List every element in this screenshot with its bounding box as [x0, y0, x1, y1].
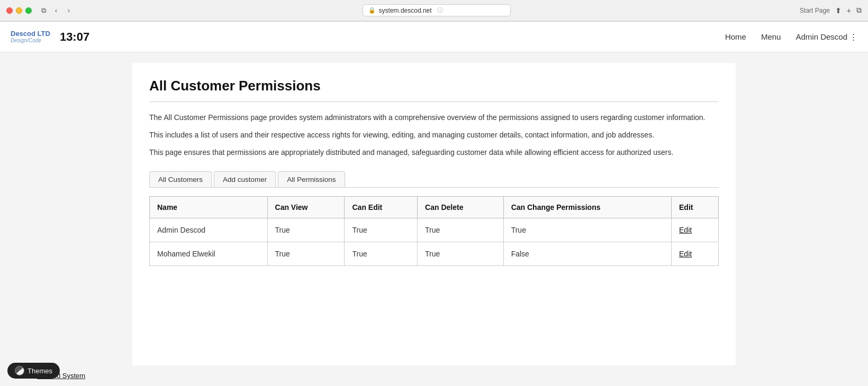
tab-all-permissions[interactable]: All Permissions: [278, 171, 345, 188]
nav-links: Home Menu Admin Descod ⋮: [725, 32, 857, 42]
footer: © 2024 - Descod System: [0, 365, 868, 386]
content-card: All Customer Permissions The All Custome…: [132, 63, 736, 365]
col-can-delete: Can Delete: [418, 197, 504, 218]
forward-button[interactable]: ›: [65, 6, 73, 15]
url-text: system.descod.net: [379, 7, 432, 14]
brand-name: Descod LTD: [11, 30, 50, 38]
cell-can-change-1: False: [503, 242, 671, 266]
browser-actions: Start Page ⬆ + ⧉: [800, 6, 862, 15]
cell-can-edit-0: True: [345, 218, 418, 242]
cell-name-1: Mohamed Elwekil: [150, 242, 268, 266]
address-bar[interactable]: 🔒 system.descod.net ⓘ: [363, 4, 511, 16]
admin-label: Admin Descod: [795, 32, 847, 41]
edit-button-1[interactable]: Edit: [679, 250, 692, 258]
back-button[interactable]: ‹: [52, 6, 60, 15]
description-1: The All Customer Permissions page provid…: [149, 112, 719, 124]
minimize-window-button[interactable]: [16, 7, 22, 14]
col-can-view: Can View: [267, 197, 345, 218]
cell-can-view-1: True: [267, 242, 345, 266]
brand-sub: Design/Code: [11, 38, 50, 43]
browser-chrome: ⧉ ‹ › 🔒 system.descod.net ⓘ Start Page ⬆…: [0, 0, 868, 22]
maximize-window-button[interactable]: [25, 7, 32, 14]
start-page-label: Start Page: [800, 7, 830, 14]
nav-time: 13:07: [60, 30, 89, 44]
permissions-table: Name Can View Can Edit Can Delete Can Ch…: [149, 196, 719, 266]
nav-admin-link[interactable]: Admin Descod ⋮: [795, 32, 857, 42]
table-row: Mohamed Elwekil True True True False Edi…: [150, 242, 719, 266]
admin-menu-icon: ⋮: [849, 32, 857, 42]
cell-can-delete-0: True: [418, 218, 504, 242]
page-title: All Customer Permissions: [149, 78, 719, 94]
table-body: Admin Descod True True True True Edit Mo…: [150, 218, 719, 266]
tab-add-customer[interactable]: Add customer: [214, 171, 276, 188]
col-edit: Edit: [672, 197, 719, 218]
toggle-sidebar-button[interactable]: ⧉: [39, 6, 48, 15]
description-2: This includes a list of users and their …: [149, 129, 719, 141]
lock-icon: 🔒: [368, 7, 376, 14]
tab-bar: All Customers Add customer All Permissio…: [149, 171, 719, 188]
add-tab-button[interactable]: +: [847, 6, 851, 15]
cell-can-view-0: True: [267, 218, 345, 242]
themes-bar[interactable]: Themes: [7, 363, 60, 379]
cell-edit-1: Edit: [672, 242, 719, 266]
themes-icon: [15, 366, 24, 375]
tabs-overview-button[interactable]: ⧉: [856, 6, 862, 15]
themes-label: Themes: [28, 367, 52, 375]
address-bar-wrap: 🔒 system.descod.net ⓘ: [77, 4, 795, 16]
edit-button-0[interactable]: Edit: [679, 226, 692, 234]
cell-edit-0: Edit: [672, 218, 719, 242]
close-window-button[interactable]: [6, 7, 13, 14]
divider: [149, 102, 719, 102]
secure-icon: ⓘ: [437, 6, 443, 14]
window-controls: ⧉ ‹ ›: [39, 6, 73, 15]
tab-all-customers[interactable]: All Customers: [149, 171, 212, 188]
cell-can-delete-1: True: [418, 242, 504, 266]
cell-can-change-0: True: [503, 218, 671, 242]
table-header: Name Can View Can Edit Can Delete Can Ch…: [150, 197, 719, 218]
col-can-edit: Can Edit: [345, 197, 418, 218]
nav-menu-link[interactable]: Menu: [761, 32, 781, 41]
browser-titlebar: ⧉ ‹ › 🔒 system.descod.net ⓘ Start Page ⬆…: [0, 0, 868, 21]
share-button[interactable]: ⬆: [835, 6, 842, 15]
traffic-lights: [6, 7, 32, 14]
app-navbar: Descod LTD Design/Code 13:07 Home Menu A…: [0, 22, 868, 52]
col-name: Name: [150, 197, 268, 218]
cell-can-edit-1: True: [345, 242, 418, 266]
cell-name-0: Admin Descod: [150, 218, 268, 242]
col-can-change-permissions: Can Change Permissions: [503, 197, 671, 218]
page-wrapper: All Customer Permissions The All Custome…: [0, 52, 868, 365]
description-3: This page ensures that permissions are a…: [149, 146, 719, 159]
table-header-row: Name Can View Can Edit Can Delete Can Ch…: [150, 197, 719, 218]
nav-home-link[interactable]: Home: [725, 32, 746, 41]
brand: Descod LTD Design/Code: [11, 30, 50, 43]
table-row: Admin Descod True True True True Edit: [150, 218, 719, 242]
